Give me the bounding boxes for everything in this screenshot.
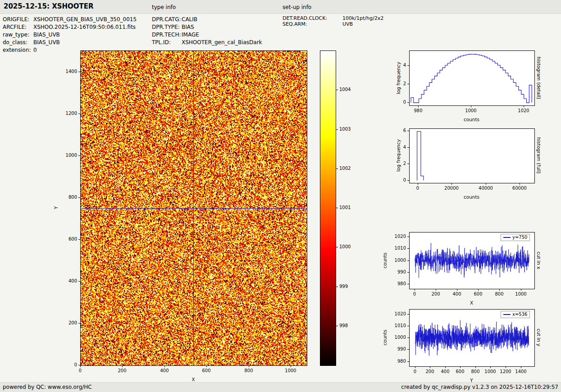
meta-row-read-clock: DET.READ.CLOCK: 100k/1pt/hg/2x2 — [283, 15, 383, 21]
footer-created-by: created by qc_rawdisp.py v1.2.3 on 2025-… — [401, 383, 558, 392]
histogram_detail-ytick-mark — [407, 65, 409, 66]
cut_in_y-ytick-mark — [407, 349, 409, 350]
meta-row-dpr-catg: DPR.CATG: CALIB — [152, 16, 262, 23]
cut_in_y-ytick-label: 980 — [390, 359, 406, 364]
cut_in_x-ylabel: counts — [382, 252, 388, 268]
meta-label: DPR.TYPE: — [152, 23, 182, 31]
cut_in_y-ytick-mark — [407, 337, 409, 338]
colorbar-tick-mark — [336, 326, 338, 326]
colorbar-tick-label: 1001 — [339, 205, 355, 210]
meta-row-raw-type: raw_type: BIAS_UVB — [3, 31, 137, 39]
colorbar-tick-mark — [336, 247, 338, 247]
cut_in_x-xtick-mark — [457, 289, 457, 291]
cut_in_x-ytick-mark — [407, 284, 409, 284]
colorbar-tick-mark — [336, 169, 338, 169]
colorbar-tick-mark — [336, 90, 338, 90]
header-bar: 2025-12-15: XSHOOTER type info set-up in… — [0, 0, 561, 14]
main_image-xtick-label: 0 — [71, 368, 89, 374]
colorbar — [320, 50, 336, 366]
cut_in_x-ytick-mark — [407, 237, 409, 237]
main_image-xtick-label: 800 — [240, 368, 258, 374]
histogram_detail-canvas — [410, 51, 534, 105]
meta-value: XSHOOTER_gen_cal_BiasDark — [182, 39, 262, 46]
cut_in_x-legend-label: y=750 — [512, 235, 527, 240]
main_image-ytick-mark — [78, 365, 80, 365]
cut_in_y-xtick-mark — [506, 366, 506, 368]
main_image-ytick-mark — [78, 197, 80, 198]
cut_in_x-ytick-mark — [407, 248, 409, 249]
meta-value: 0 — [33, 46, 37, 54]
histogram_full-xtick-mark — [418, 183, 418, 185]
cut_in_y-xlabel: Y — [454, 378, 490, 383]
main_image-xtick-label: 600 — [197, 368, 215, 374]
meta-value: IMAGE — [182, 31, 199, 39]
cut_in_y-ytick-label: 990 — [390, 346, 406, 352]
meta-label: do_class: — [3, 39, 33, 46]
colorbar-tick-label: 1000 — [339, 244, 355, 250]
colorbar-tick-label: 999 — [339, 284, 355, 289]
cut_in_x-xtick-mark — [499, 289, 500, 291]
cut_in_x-xtick-mark — [478, 289, 479, 291]
cut_in_y-ytick-label: 1010 — [390, 323, 406, 328]
cut_in_x-xtick-label: 800 — [490, 292, 508, 297]
meta-row-do-class: do_class: BIAS_UVB — [3, 39, 137, 46]
meta-row-tpl-id: TPL.ID: XSHOOTER_gen_cal_BiasDark — [152, 39, 262, 46]
cut_in_y-ytick-mark — [407, 314, 409, 315]
cut_in_y-xtick-mark — [460, 366, 461, 368]
histogram_full-ytick-mark — [407, 131, 409, 131]
histogram_full-canvas — [410, 129, 534, 183]
main_image-canvas — [81, 51, 307, 365]
histogram_detail-ytick-mark — [407, 84, 409, 84]
qc-rawdisp-page: 2025-12-15: XSHOOTER type info set-up in… — [0, 0, 561, 392]
cut_in_y-ytick-label: 1020 — [390, 311, 406, 317]
cut_in_x-right-label: cut in x — [536, 251, 542, 269]
cut_in_x-xtick-mark — [521, 289, 521, 291]
histogram_detail-ytick-mark — [407, 102, 409, 103]
cut_in_y-ytick-label: 1000 — [390, 335, 406, 340]
main_image-ytick-mark — [78, 281, 80, 282]
cut_in_y-ylabel: counts — [382, 329, 388, 345]
main_image-plot — [80, 50, 307, 366]
type-info-header: type info — [152, 4, 176, 10]
colorbar-tick-mark — [336, 287, 338, 287]
setup-info-block: DET.READ.CLOCK: 100k/1pt/hg/2x2 SEQ.ARM:… — [283, 15, 383, 27]
histogram_full-ytick-mark — [407, 180, 409, 181]
cut_in_x-xtick-label: 1000 — [512, 292, 530, 297]
cut_in_y-ytick-mark — [407, 326, 409, 326]
main_image-xtick-mark — [206, 365, 207, 367]
histogram_detail-xtick-mark — [418, 105, 419, 107]
main_image-xtick-label: 200 — [113, 368, 131, 374]
histogram_detail-xtick-mark — [471, 105, 471, 107]
cut_in_x-xtick-label: 600 — [469, 292, 487, 297]
main_image-xtick-mark — [291, 365, 291, 367]
cut_in_x-ytick-label: 990 — [390, 269, 406, 275]
histogram_full-xlabel: counts — [454, 194, 490, 200]
histogram_full-ytick-mark — [407, 147, 409, 148]
footer-bar: powered by QC: www.eso.org/HC created by… — [0, 382, 561, 392]
histogram_full-right-label: histogram (full) — [536, 137, 542, 174]
cut_in_y-xtick-mark — [430, 366, 430, 368]
colorbar-tick-mark — [336, 208, 338, 208]
main_image-ytick-mark — [78, 72, 80, 72]
colorbar-tick-mark — [336, 129, 338, 130]
main_image-xtick-mark — [80, 365, 81, 367]
cut_in_y-xtick-mark — [445, 366, 446, 368]
meta-value: BIAS_UVB — [33, 39, 60, 46]
cut_in_y-ytick-mark — [407, 361, 409, 362]
meta-label: SEQ.ARM: — [283, 21, 342, 27]
footer-qc-link[interactable]: powered by QC: www.eso.org/HC — [3, 383, 92, 392]
colorbar-tick-label: 1002 — [339, 166, 355, 171]
histogram_full-xtick-label: 20000 — [442, 186, 461, 191]
page-title: 2025-12-15: XSHOOTER — [4, 2, 94, 10]
meta-label: DPR.TECH: — [152, 31, 182, 39]
main_image-ylabel: Y — [53, 206, 59, 209]
main_image-xtick-label: 1000 — [282, 368, 300, 374]
cut_in_y-xtick-mark — [490, 366, 491, 368]
histogram_full-plot — [409, 128, 535, 183]
cut_in_y-xtick-mark — [475, 366, 476, 368]
cut_in_x-xlabel: X — [454, 300, 490, 305]
meta-row-seq-arm: SEQ.ARM: UVB — [283, 21, 383, 27]
main_image-ytick-label: 800 — [61, 195, 77, 200]
meta-value: CALIB — [182, 16, 197, 23]
cut_in_x-ytick-label: 1000 — [390, 258, 406, 263]
